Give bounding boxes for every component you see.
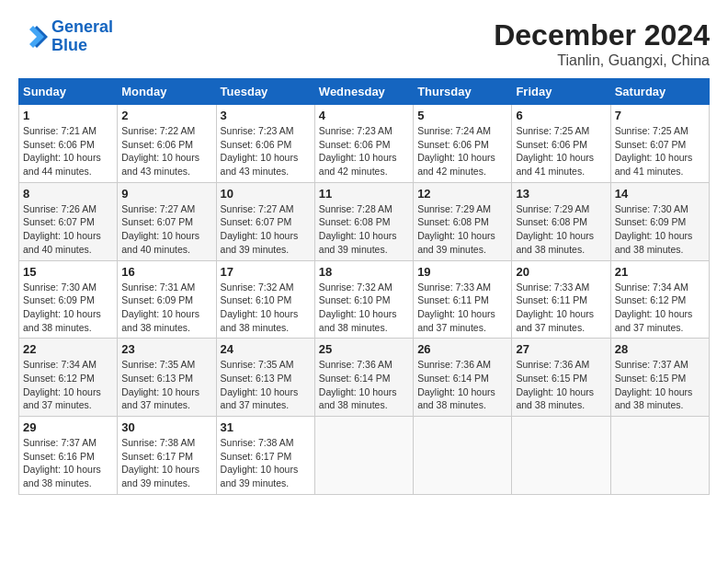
day-number: 7 [615, 109, 705, 122]
calendar-cell: 3Sunrise: 7:23 AMSunset: 6:06 PMDaylight… [216, 105, 314, 183]
day-detail: Sunrise: 7:24 AMSunset: 6:06 PMDaylight:… [417, 124, 507, 178]
day-detail: Sunrise: 7:26 AMSunset: 6:07 PMDaylight:… [23, 202, 113, 257]
calendar-cell: 19Sunrise: 7:33 AMSunset: 6:11 PMDayligh… [414, 260, 512, 339]
page-title: December 2024 [494, 18, 710, 52]
day-detail: Sunrise: 7:21 AMSunset: 6:06 PMDaylight:… [23, 124, 113, 178]
day-detail: Sunrise: 7:30 AMSunset: 6:09 PMDaylight:… [23, 281, 113, 335]
day-header-sunday: Sunday [19, 79, 118, 105]
day-detail: Sunrise: 7:32 AMSunset: 6:10 PMDaylight:… [319, 281, 409, 335]
day-detail: Sunrise: 7:32 AMSunset: 6:10 PMDaylight:… [221, 281, 311, 335]
logo-icon [18, 22, 48, 52]
day-detail: Sunrise: 7:37 AMSunset: 6:15 PMDaylight:… [615, 358, 705, 412]
day-number: 4 [319, 109, 409, 122]
day-detail: Sunrise: 7:38 AMSunset: 6:17 PMDaylight:… [121, 436, 211, 490]
day-detail: Sunrise: 7:27 AMSunset: 6:07 PMDaylight:… [221, 202, 311, 257]
day-number: 15 [23, 265, 113, 279]
calendar-cell: 2Sunrise: 7:22 AMSunset: 6:06 PMDaylight… [118, 105, 216, 183]
day-number: 5 [417, 109, 507, 122]
day-number: 1 [23, 109, 113, 122]
day-detail: Sunrise: 7:35 AMSunset: 6:13 PMDaylight:… [221, 358, 311, 412]
day-header-wednesday: Wednesday [314, 79, 413, 105]
calendar-cell: 14Sunrise: 7:30 AMSunset: 6:09 PMDayligh… [610, 182, 709, 260]
day-number: 31 [221, 420, 311, 434]
day-detail: Sunrise: 7:29 AMSunset: 6:08 PMDaylight:… [516, 202, 606, 257]
calendar-cell: 7Sunrise: 7:25 AMSunset: 6:07 PMDaylight… [610, 105, 709, 183]
day-detail: Sunrise: 7:29 AMSunset: 6:08 PMDaylight:… [417, 202, 507, 257]
calendar-cell: 27Sunrise: 7:36 AMSunset: 6:15 PMDayligh… [512, 339, 610, 417]
day-header-saturday: Saturday [610, 79, 709, 105]
title-block: December 2024 Tianlin, Guangxi, China [494, 18, 710, 69]
day-detail: Sunrise: 7:22 AMSunset: 6:06 PMDaylight:… [121, 124, 211, 178]
day-number: 24 [221, 342, 311, 356]
day-header-tuesday: Tuesday [216, 79, 314, 105]
day-header-thursday: Thursday [414, 79, 512, 105]
day-number: 13 [516, 187, 606, 201]
calendar-cell [610, 417, 709, 495]
calendar-cell: 5Sunrise: 7:24 AMSunset: 6:06 PMDaylight… [414, 105, 512, 183]
day-detail: Sunrise: 7:38 AMSunset: 6:17 PMDaylight:… [221, 436, 311, 490]
calendar-cell: 1Sunrise: 7:21 AMSunset: 6:06 PMDaylight… [19, 105, 118, 183]
calendar-cell: 26Sunrise: 7:36 AMSunset: 6:14 PMDayligh… [414, 339, 512, 417]
day-detail: Sunrise: 7:34 AMSunset: 6:12 PMDaylight:… [615, 281, 705, 335]
day-detail: Sunrise: 7:35 AMSunset: 6:13 PMDaylight:… [121, 358, 211, 412]
day-number: 20 [516, 265, 606, 279]
calendar-cell: 21Sunrise: 7:34 AMSunset: 6:12 PMDayligh… [610, 260, 709, 339]
day-number: 8 [23, 187, 113, 201]
day-number: 30 [121, 420, 211, 434]
day-number: 27 [516, 342, 606, 356]
day-number: 10 [221, 187, 311, 201]
day-detail: Sunrise: 7:36 AMSunset: 6:15 PMDaylight:… [516, 358, 606, 412]
day-number: 25 [319, 342, 409, 356]
calendar-cell: 15Sunrise: 7:30 AMSunset: 6:09 PMDayligh… [19, 260, 118, 339]
calendar-cell: 10Sunrise: 7:27 AMSunset: 6:07 PMDayligh… [216, 182, 314, 260]
calendar-cell: 20Sunrise: 7:33 AMSunset: 6:11 PMDayligh… [512, 260, 610, 339]
day-number: 21 [615, 265, 705, 279]
day-number: 29 [23, 420, 113, 434]
day-number: 14 [615, 187, 705, 201]
day-detail: Sunrise: 7:31 AMSunset: 6:09 PMDaylight:… [121, 281, 211, 335]
calendar-cell: 12Sunrise: 7:29 AMSunset: 6:08 PMDayligh… [414, 182, 512, 260]
calendar-cell: 16Sunrise: 7:31 AMSunset: 6:09 PMDayligh… [118, 260, 216, 339]
day-header-monday: Monday [118, 79, 216, 105]
day-number: 18 [319, 265, 409, 279]
day-number: 26 [417, 342, 507, 356]
calendar-cell: 22Sunrise: 7:34 AMSunset: 6:12 PMDayligh… [19, 339, 118, 417]
calendar-cell: 28Sunrise: 7:37 AMSunset: 6:15 PMDayligh… [610, 339, 709, 417]
day-number: 11 [319, 187, 409, 201]
day-detail: Sunrise: 7:27 AMSunset: 6:07 PMDaylight:… [121, 202, 211, 257]
calendar-cell: 8Sunrise: 7:26 AMSunset: 6:07 PMDaylight… [19, 182, 118, 260]
day-number: 9 [121, 187, 211, 201]
day-number: 12 [417, 187, 507, 201]
page-subtitle: Tianlin, Guangxi, China [494, 52, 710, 69]
calendar-cell: 13Sunrise: 7:29 AMSunset: 6:08 PMDayligh… [512, 182, 610, 260]
day-detail: Sunrise: 7:33 AMSunset: 6:11 PMDaylight:… [516, 281, 606, 335]
day-detail: Sunrise: 7:23 AMSunset: 6:06 PMDaylight:… [319, 124, 409, 178]
calendar-cell: 31Sunrise: 7:38 AMSunset: 6:17 PMDayligh… [216, 417, 314, 495]
calendar-cell: 6Sunrise: 7:25 AMSunset: 6:06 PMDaylight… [512, 105, 610, 183]
day-number: 19 [417, 265, 507, 279]
calendar-cell: 29Sunrise: 7:37 AMSunset: 6:16 PMDayligh… [19, 417, 118, 495]
calendar-cell: 25Sunrise: 7:36 AMSunset: 6:14 PMDayligh… [314, 339, 413, 417]
day-number: 17 [221, 265, 311, 279]
day-header-friday: Friday [512, 79, 610, 105]
day-detail: Sunrise: 7:25 AMSunset: 6:06 PMDaylight:… [516, 124, 606, 178]
calendar-cell: 17Sunrise: 7:32 AMSunset: 6:10 PMDayligh… [216, 260, 314, 339]
calendar-cell: 30Sunrise: 7:38 AMSunset: 6:17 PMDayligh… [118, 417, 216, 495]
day-number: 3 [221, 109, 311, 122]
day-detail: Sunrise: 7:28 AMSunset: 6:08 PMDaylight:… [319, 202, 409, 257]
page-header: General Blue December 2024 Tianlin, Guan… [18, 18, 710, 69]
logo-text: General Blue [51, 18, 113, 55]
calendar-cell: 24Sunrise: 7:35 AMSunset: 6:13 PMDayligh… [216, 339, 314, 417]
day-detail: Sunrise: 7:37 AMSunset: 6:16 PMDaylight:… [23, 436, 113, 490]
calendar-cell [314, 417, 413, 495]
calendar-cell: 4Sunrise: 7:23 AMSunset: 6:06 PMDaylight… [314, 105, 413, 183]
day-detail: Sunrise: 7:23 AMSunset: 6:06 PMDaylight:… [221, 124, 311, 178]
calendar-cell [414, 417, 512, 495]
calendar-cell [512, 417, 610, 495]
day-number: 28 [615, 342, 705, 356]
calendar-table: SundayMondayTuesdayWednesdayThursdayFrid… [18, 78, 710, 495]
calendar-cell: 9Sunrise: 7:27 AMSunset: 6:07 PMDaylight… [118, 182, 216, 260]
calendar-cell: 18Sunrise: 7:32 AMSunset: 6:10 PMDayligh… [314, 260, 413, 339]
day-detail: Sunrise: 7:36 AMSunset: 6:14 PMDaylight:… [319, 358, 409, 412]
calendar-cell: 23Sunrise: 7:35 AMSunset: 6:13 PMDayligh… [118, 339, 216, 417]
